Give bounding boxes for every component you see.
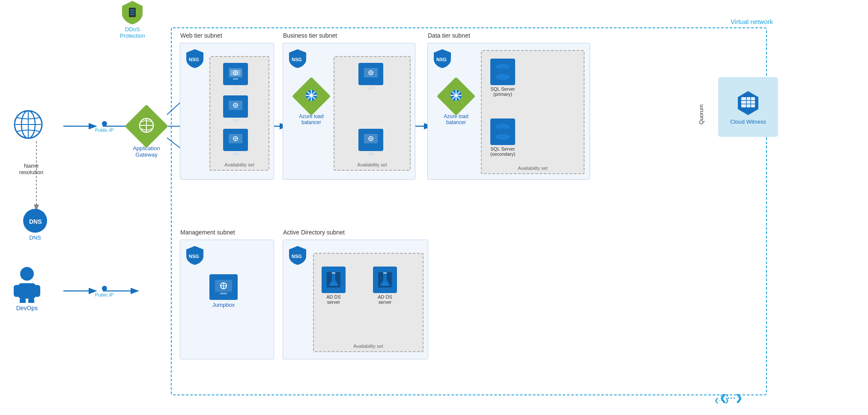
mgmt-nsg: NSG: [185, 245, 204, 267]
business-lb-label: Azure loadbalancer: [299, 113, 323, 125]
svg-rect-22: [130, 9, 134, 11]
devops-label: DevOps: [16, 305, 38, 311]
web-tier-subnet: Web tier subnet NSG VM VM: [180, 43, 274, 180]
data-lb-icon: [449, 88, 463, 104]
business-lb-icon: [304, 88, 319, 104]
cloud-witness-icon: [734, 89, 762, 117]
svg-point-92: [330, 282, 337, 286]
devops-box: DevOps: [14, 265, 40, 311]
adds-server-2-box: AD DSserver: [373, 267, 397, 305]
web-nsg: NSG: [185, 48, 204, 71]
dns-label: DNS: [29, 234, 41, 241]
internet-globe: [13, 109, 44, 140]
public-ip-label-top: Public IP: [95, 127, 113, 133]
svg-rect-89: [220, 293, 227, 294]
business-lb-diamond: [292, 77, 331, 116]
app-gateway-box: ApplicationGateway: [129, 109, 164, 158]
ddos-icon: [121, 0, 143, 25]
adds-server-2-icon: [373, 267, 397, 293]
jumpbox-box: Jumpbox: [209, 274, 238, 308]
web-nsg-icon: NSG: [185, 48, 204, 69]
svg-rect-79: [741, 97, 755, 107]
svg-rect-96: [18, 283, 36, 299]
quorum-label: Quorum: [698, 104, 704, 124]
web-tier-label: Web tier subnet: [180, 32, 222, 39]
public-ip-dot-bottom: [102, 286, 107, 291]
active-directory-label: Active Directory subnet: [283, 229, 345, 236]
web-vm-3: VM: [223, 129, 248, 157]
virtual-network-label: Virtual network: [731, 18, 773, 25]
svg-rect-36: [233, 78, 238, 80]
svg-text:NSG: NSG: [189, 57, 199, 62]
devops-person-icon: [14, 265, 40, 303]
app-gateway-inner-icon: [138, 117, 155, 136]
web-avail-set: VM VM VM Availability set: [209, 56, 269, 171]
business-avail-set: VM VM Availability set: [334, 56, 411, 171]
svg-point-77: [496, 128, 510, 134]
svg-rect-97: [14, 285, 20, 297]
svg-text:NSG: NSG: [189, 254, 199, 259]
data-lb-diamond: [437, 77, 476, 116]
cloud-witness-box: Cloud Witness: [718, 77, 778, 137]
svg-text:NSG: NSG: [292, 57, 302, 62]
data-lb-box: Azure loadbalancer: [441, 81, 471, 125]
name-resolution-label: Name resolution: [12, 163, 51, 175]
expand-indicator: ❮⋯❯: [719, 393, 743, 403]
data-nsg-icon: NSG: [433, 48, 452, 69]
management-label: Management subnet: [180, 229, 235, 236]
business-vm-2: VM: [358, 129, 383, 157]
web-vm-1: VM: [223, 63, 248, 91]
business-avail-set-label: Availability set: [357, 162, 387, 167]
ddos-label: DDoS Protection: [120, 26, 145, 39]
app-gateway-diamond: [125, 104, 168, 148]
web-avail-set-label: Availability set: [224, 162, 254, 167]
svg-text:NSG: NSG: [436, 57, 447, 62]
adds-server-1-label: AD DSserver: [326, 294, 341, 305]
svg-point-94: [382, 282, 388, 286]
business-tier-label: Business tier subnet: [283, 32, 337, 39]
data-nsg: NSG: [433, 48, 452, 71]
svg-rect-99: [20, 298, 26, 303]
mgmt-nsg-icon: NSG: [185, 245, 204, 266]
jumpbox-label: Jumpbox: [212, 302, 235, 308]
data-avail-set-label: Availability set: [518, 166, 548, 171]
business-vm-1-icon: [358, 63, 383, 85]
svg-rect-100: [28, 298, 34, 303]
business-lb-box: Azure loadbalancer: [296, 81, 327, 125]
ad-avail-set-label: Availability set: [353, 344, 383, 349]
dns-icon-box: DNS DNS: [23, 209, 47, 241]
sql-primary-box: SQL Server(primary): [490, 59, 515, 97]
dns-icon: DNS: [23, 209, 47, 233]
ad-nsg: NSG: [288, 245, 307, 267]
jumpbox-icon: [209, 274, 238, 300]
data-tier-label: Data tier subnet: [428, 32, 470, 39]
web-vm-3-icon: [223, 129, 248, 151]
business-nsg: NSG: [288, 48, 307, 71]
dns-inner-icon: DNS: [27, 213, 43, 228]
data-tier-subnet: Data tier subnet NSG: [427, 43, 590, 180]
web-vm-2-icon: [223, 95, 248, 118]
business-tier-subnet: Business tier subnet NSG: [283, 43, 415, 180]
svg-point-75: [496, 134, 510, 140]
ad-avail-set: AD DSserver AD DSserver Availability set: [313, 253, 424, 352]
data-lb-label: Azure loadbalancer: [444, 113, 468, 125]
sql-primary-icon: [490, 59, 515, 85]
public-ip-dot-top: [102, 121, 107, 126]
adds-server-1-box: AD DSserver: [322, 267, 346, 305]
svg-rect-23: [130, 12, 134, 13]
web-vm-1-icon: [223, 63, 248, 85]
adds-server-1-icon: [322, 267, 346, 293]
ddos-protection-box: DDoS Protection: [120, 0, 145, 39]
svg-text:DNS: DNS: [29, 218, 42, 225]
business-vm-2-icon: [358, 129, 383, 151]
business-vm-1: VM: [358, 63, 383, 91]
adds-server-2-label: AD DSserver: [378, 294, 392, 305]
sql-secondary-icon: [490, 119, 515, 145]
ad-nsg-icon: NSG: [288, 245, 307, 266]
web-vm-2: VM: [223, 95, 248, 123]
cloud-witness-label: Cloud Witness: [730, 119, 766, 125]
svg-point-95: [20, 267, 34, 281]
active-directory-subnet: Active Directory subnet NSG: [283, 240, 428, 359]
globe-icon: [13, 109, 44, 140]
svg-rect-24: [130, 14, 134, 15]
